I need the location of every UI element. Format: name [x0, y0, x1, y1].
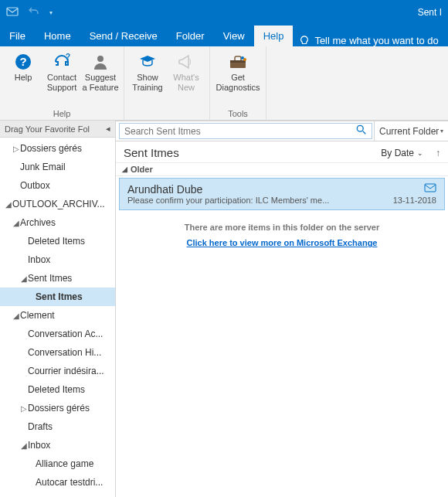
collapse-icon[interactable]: ◂: [106, 124, 110, 134]
folder-tree: ▷Dossiers gérésJunk EmailOutbox◢OUTLOOK_…: [0, 138, 115, 492]
favorites-header[interactable]: Drag Your Favorite Fol ◂: [0, 121, 115, 138]
graduation-icon: [135, 51, 160, 73]
suggest-feature-button[interactable]: Suggest a Feature: [82, 49, 119, 94]
tab-folder[interactable]: Folder: [167, 26, 214, 46]
folder-label: Sent Itmes: [36, 291, 83, 302]
folder-node[interactable]: ◢Inbox: [0, 436, 115, 454]
folder-label: Autocar testdri...: [36, 477, 103, 488]
expand-icon[interactable]: ◢: [12, 219, 20, 227]
ribbon-group-tools: Get Diagnostics Tools: [210, 46, 266, 120]
expand-icon[interactable]: ▷: [12, 145, 20, 153]
search-icon[interactable]: [356, 124, 367, 138]
ribbon-tabs: File Home Send / Receive Folder View Hel…: [0, 25, 448, 46]
svg-rect-6: [230, 60, 246, 63]
folder-header: Sent Itmes By Date ⌄ ↑: [116, 141, 448, 162]
ribbon-group-help: ? Help ? Contact Support Suggest a Featu…: [0, 46, 124, 120]
folder-node[interactable]: Autocar testdri...: [0, 473, 115, 492]
folder-node[interactable]: ◢Clement: [0, 306, 115, 325]
tab-help[interactable]: Help: [254, 26, 294, 46]
folder-label: Dossiers gérés: [20, 143, 82, 154]
folder-node[interactable]: Inbox: [0, 250, 115, 269]
search-scope-dropdown[interactable]: Current Folder ▾: [374, 121, 448, 141]
message-item[interactable]: Arundhati Dube Please confirm your parti…: [119, 178, 445, 210]
folder-node[interactable]: Deleted Items: [0, 232, 115, 250]
read-icon[interactable]: [424, 183, 436, 195]
folder-node[interactable]: ▷Dossiers gérés: [0, 139, 115, 158]
contact-support-button[interactable]: ? Contact Support: [43, 49, 80, 94]
search-toolbar: Current Folder ▾: [116, 121, 448, 141]
sort-by-dropdown[interactable]: By Date ⌄: [381, 148, 423, 158]
folder-node[interactable]: Courrier indésira...: [0, 362, 115, 380]
view-more-link[interactable]: Click here to view more on Microsoft Exc…: [116, 238, 448, 247]
folder-node[interactable]: Junk Email: [0, 158, 115, 176]
tell-me-search[interactable]: Tell me what you want to do: [293, 35, 444, 46]
expand-icon[interactable]: ◢: [20, 274, 28, 283]
ribbon: ? Help ? Contact Support Suggest a Featu…: [0, 46, 448, 121]
content-area: Drag Your Favorite Fol ◂ ▷Dossiers gérés…: [0, 121, 448, 497]
svg-text:?: ?: [66, 53, 70, 61]
folder-node[interactable]: ◢OUTLOOK_ARCHIV...: [0, 195, 115, 213]
qat-dropdown-icon[interactable]: ▾: [49, 9, 53, 16]
folder-label: Archives: [20, 217, 56, 228]
folder-node[interactable]: Conversation Hi...: [0, 343, 115, 362]
folder-node[interactable]: Deleted Items: [0, 380, 115, 399]
folder-node[interactable]: ◢Archives: [0, 213, 115, 232]
folder-node[interactable]: Alliance game: [0, 454, 115, 473]
folder-node[interactable]: Outbox: [0, 176, 115, 195]
expand-icon[interactable]: ◢: [5, 200, 12, 209]
folder-label: Conversation Hi...: [28, 347, 101, 358]
lightbulb-icon: [299, 36, 310, 46]
svg-point-4: [97, 56, 104, 62]
person-icon: [88, 51, 113, 73]
megaphone-icon: [174, 51, 199, 73]
folder-node[interactable]: Sent Itmes: [0, 288, 115, 306]
svg-text:?: ?: [19, 55, 26, 68]
group-header-older[interactable]: ◢ Older: [116, 162, 448, 176]
ribbon-group-training: Show Training What's New: [124, 46, 210, 120]
headset-icon: ?: [49, 51, 74, 73]
toolbox-icon: [226, 51, 250, 73]
folder-label: Deleted Items: [28, 384, 85, 395]
quick-access-toolbar: ▾: [6, 5, 53, 20]
get-diagnostics-button[interactable]: Get Diagnostics: [215, 49, 261, 94]
tab-home[interactable]: Home: [35, 26, 80, 46]
window-title: Sent I: [418, 7, 442, 18]
folder-nav-pane: Drag Your Favorite Fol ◂ ▷Dossiers gérés…: [0, 121, 116, 497]
chevron-down-icon: ▾: [440, 128, 443, 134]
tab-file[interactable]: File: [0, 26, 35, 46]
folder-label: Inbox: [28, 440, 50, 451]
help-button[interactable]: ? Help: [5, 49, 42, 94]
sort-direction-button[interactable]: ↑: [436, 148, 440, 158]
expand-icon[interactable]: ◢: [20, 441, 28, 450]
expand-icon[interactable]: ▷: [20, 404, 28, 413]
chevron-down-icon: ⌄: [417, 149, 423, 157]
folder-label: Drafts: [28, 421, 53, 432]
whats-new-button: What's New: [168, 49, 205, 94]
tell-me-label: Tell me what you want to do: [314, 35, 438, 46]
folder-label: Inbox: [28, 254, 50, 265]
undo-icon[interactable]: [28, 5, 40, 20]
folder-label: Alliance game: [36, 458, 93, 469]
group-label-help: Help: [53, 109, 71, 120]
folder-label: Deleted Items: [28, 236, 85, 247]
search-box[interactable]: [119, 123, 372, 139]
title-bar: ▾ Sent I: [0, 0, 448, 25]
folder-node[interactable]: ◢Sent Itmes: [0, 269, 115, 288]
tab-view[interactable]: View: [214, 26, 254, 46]
folder-node[interactable]: Conversation Ac...: [0, 325, 115, 343]
folder-node[interactable]: Drafts: [0, 417, 115, 436]
app-icon[interactable]: [6, 5, 19, 20]
folder-label: Conversation Ac...: [28, 328, 103, 339]
search-input[interactable]: [124, 126, 356, 137]
show-training-button[interactable]: Show Training: [129, 49, 166, 94]
folder-label: OUTLOOK_ARCHIV...: [12, 199, 105, 209]
folder-label: Outbox: [20, 180, 50, 191]
folder-label: Clement: [20, 310, 55, 321]
folder-label: Sent Itmes: [28, 273, 72, 284]
folder-node[interactable]: ▷Dossiers gérés: [0, 399, 115, 417]
collapse-group-icon: ◢: [122, 165, 127, 173]
svg-point-8: [243, 58, 246, 61]
group-label-tools: Tools: [228, 109, 248, 120]
expand-icon[interactable]: ◢: [12, 311, 20, 320]
tab-send-receive[interactable]: Send / Receive: [80, 26, 167, 46]
